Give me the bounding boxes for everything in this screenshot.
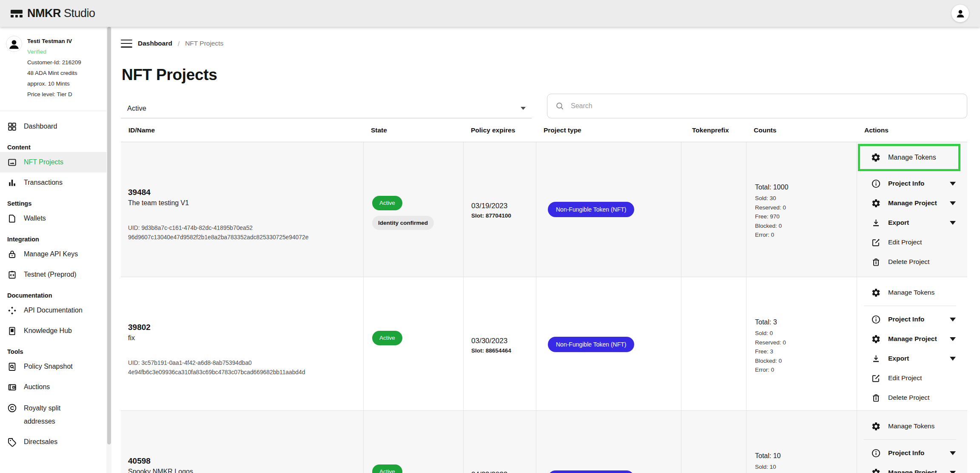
manage-project-button[interactable]: Manage Project: [858, 463, 960, 473]
edit-project-button[interactable]: Edit Project: [858, 368, 960, 388]
nmkr-studio-logo[interactable]: NMKRStudio: [11, 7, 95, 20]
person-icon: [955, 9, 966, 19]
manage-tokens-button-highlighted[interactable]: Manage Tokens: [858, 144, 960, 171]
expiry-slot: Slot: 87704100: [471, 212, 530, 219]
wallet-icon: [7, 382, 17, 392]
breadcrumb-dashboard[interactable]: Dashboard: [138, 40, 172, 47]
policy-expires-cell: 03/19/2023 Slot: 87704100: [463, 142, 536, 277]
table-row: 40598 Spooky NMKR Logos Active 04/23/202…: [121, 411, 967, 473]
project-id: 39802: [128, 322, 357, 333]
sidebar-item-policy-snapshot[interactable]: Policy Snapshot: [0, 356, 106, 377]
section-label-content: Content: [7, 144, 106, 151]
account-avatar-button[interactable]: [952, 5, 969, 22]
action-label: Edit Project: [888, 374, 922, 382]
sidebar-item-dashboard[interactable]: Dashboard: [0, 116, 106, 137]
project-id: 40598: [128, 456, 357, 467]
column-header-state: State: [363, 126, 463, 134]
download-icon: [871, 354, 881, 364]
manage-project-button[interactable]: Manage Project: [858, 329, 960, 349]
count-blocked: Blocked: 0: [755, 221, 851, 231]
project-type-cell: Non-Fungible Token (NFT): [536, 411, 681, 473]
action-label: Project Info: [888, 315, 924, 323]
status-filter-select[interactable]: Active: [121, 99, 532, 118]
action-label: Manage Project: [888, 335, 937, 343]
sidebar-scrollbar[interactable]: [106, 27, 111, 473]
tokenprefix-cell: [681, 277, 746, 410]
action-label: Manage Project: [888, 199, 937, 207]
delete-project-button[interactable]: Delete Project: [858, 252, 960, 272]
scrollbar-thumb[interactable]: [107, 27, 111, 444]
edit-project-button[interactable]: Edit Project: [858, 232, 960, 252]
manage-tokens-button[interactable]: Manage Tokens: [858, 416, 960, 436]
divider: [864, 306, 956, 306]
sidebar-item-directsales[interactable]: Directsales: [0, 432, 106, 452]
chevron-down-icon: [950, 337, 956, 341]
lock-icon: [7, 249, 17, 259]
section-label-tools: Tools: [7, 348, 106, 355]
manage-tokens-button[interactable]: Manage Tokens: [858, 283, 960, 302]
table-row: 39484 The team testing V1 UID: 9d3b8a7c-…: [121, 142, 967, 277]
chevron-down-icon: [521, 107, 526, 110]
id-name-cell: 39484 The team testing V1 UID: 9d3b8a7c-…: [121, 142, 363, 277]
project-policy-id: 96d9607c13040e47d9582f2b1e8a2ba783352adc…: [128, 233, 357, 242]
actions-cell: Manage Tokens Project Info Manage Projec…: [857, 142, 966, 277]
edit-icon: [871, 373, 881, 383]
count-total: Total: 3: [755, 317, 851, 327]
count-total: Total: 10: [755, 451, 851, 461]
action-label: Delete Project: [888, 258, 929, 266]
sidebar-item-auctions[interactable]: Auctions: [0, 377, 106, 397]
sidebar-item-api-documentation[interactable]: API Documentation: [0, 300, 106, 321]
export-button[interactable]: Export: [858, 349, 960, 368]
export-button[interactable]: Export: [858, 213, 960, 232]
bar-chart-icon: [7, 178, 17, 188]
project-uid: UID: 3c57b191-0aa1-4f42-a6d8-8ab75394dba…: [128, 358, 357, 368]
sidebar-item-transactions[interactable]: Transactions: [0, 172, 106, 193]
count-sold: Sold: 30: [755, 194, 851, 203]
chevron-down-icon: [950, 357, 956, 361]
project-info-button[interactable]: Project Info: [858, 443, 960, 463]
image-icon: [7, 158, 17, 167]
sidebar-item-label: Dashboard: [24, 123, 57, 130]
count-error: Error: 0: [755, 230, 851, 240]
sidebar-item-royalty-split-addresses[interactable]: Royalty split addresses: [0, 397, 106, 432]
gear-icon: [871, 334, 881, 344]
sidebar-item-testnet[interactable]: Testnet (Preprod): [0, 264, 106, 285]
project-info-button[interactable]: Project Info: [858, 310, 960, 329]
project-type-badge: Non-Fungible Token (NFT): [548, 337, 634, 352]
document-icon: [7, 214, 17, 224]
project-type-badge: Non-Fungible Token (NFT): [548, 470, 634, 473]
manage-project-button[interactable]: Manage Project: [858, 193, 960, 213]
project-policy-id: 4e94fb6c3e09936ca310fa83c69bc4783c07bcad…: [128, 368, 357, 377]
actions-cell: Manage Tokens Project Info Manage Projec…: [857, 411, 966, 473]
action-label: Manage Project: [888, 469, 937, 473]
action-label: Manage Tokens: [888, 422, 934, 430]
verified-status: Verified: [27, 46, 81, 57]
page-title: NFT Projects: [122, 66, 967, 84]
approx-mints: approx. 10 Mints: [27, 78, 81, 89]
sidebar-nav: Dashboard Content NFT Projects Transacti…: [0, 111, 106, 452]
sidebar-item-knowledge-hub[interactable]: Knowledge Hub: [0, 321, 106, 341]
project-info-button[interactable]: Project Info: [858, 174, 960, 193]
table-row: 39802 fix UID: 3c57b191-0aa1-4f42-a6d8-8…: [121, 277, 967, 411]
sidebar: Testi Testman IV Verified Customer-Id: 2…: [0, 27, 106, 473]
sidebar-item-wallets[interactable]: Wallets: [0, 208, 106, 229]
status-badge-active: Active: [372, 464, 402, 473]
sidebar-item-nft-projects[interactable]: NFT Projects: [0, 152, 106, 172]
avatar: [6, 36, 22, 52]
sidebar-item-manage-api-keys[interactable]: Manage API Keys: [0, 244, 106, 264]
sidebar-item-label: Royalty split addresses: [24, 401, 60, 428]
sidebar-item-label: API Documentation: [24, 307, 83, 314]
gear-icon: [871, 152, 881, 163]
logo-wordmark: NMKRStudio: [27, 7, 95, 20]
sidebar-item-label: Testnet (Preprod): [24, 271, 77, 278]
search-input[interactable]: [570, 102, 959, 110]
delete-project-button[interactable]: Delete Project: [858, 388, 960, 407]
person-icon: [8, 38, 20, 50]
menu-hamburger-icon[interactable]: [121, 40, 132, 48]
trash-icon: [871, 393, 881, 403]
tag-icon: [7, 437, 17, 447]
count-sold: Sold: 0: [755, 329, 851, 338]
column-header-policy-expires: Policy expires: [463, 126, 536, 134]
divider: [864, 439, 956, 440]
column-header-project-type: Project type: [536, 126, 681, 134]
